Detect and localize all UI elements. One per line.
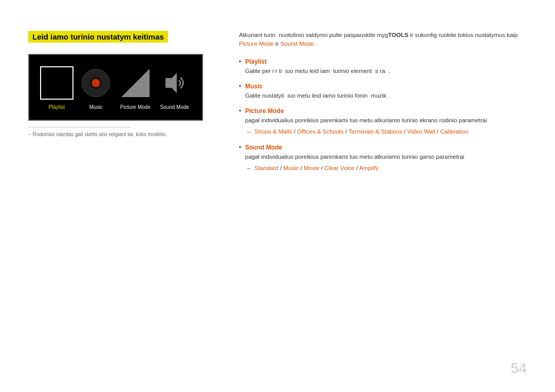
offices-schools-link[interactable]: Offices & Schools bbox=[297, 128, 344, 135]
intro-text-part2: ir sukonfig ruokite tokius nustatymus ka… bbox=[409, 32, 518, 38]
music-link[interactable]: Music bbox=[283, 165, 299, 171]
picture-mode-icon bbox=[121, 69, 150, 97]
sound-mode-label: Sound Mode bbox=[160, 104, 189, 110]
bullet-sound-mode: Sound Mode pagal individualius poreikius… bbox=[239, 144, 527, 173]
standard-link[interactable]: Standard bbox=[254, 165, 279, 171]
intro-text-end: . bbox=[314, 41, 316, 47]
playlist-label: Playlist bbox=[48, 104, 65, 110]
picture-mode-label: Picture Mode bbox=[120, 104, 151, 110]
svg-marker-0 bbox=[165, 73, 177, 93]
music-label: Music bbox=[89, 104, 103, 110]
page-container: Leid iamo turinio nustatym keitimas Play… bbox=[0, 0, 555, 392]
sound-mode-item: Sound Mode bbox=[157, 65, 193, 110]
music-icon-wrapper bbox=[78, 65, 114, 101]
bullet-playlist: Playlist Galite per i r ti iuo metu leid… bbox=[239, 58, 527, 76]
bullet-picture-mode-desc: pagal individualius poreikius parenkami … bbox=[245, 116, 527, 125]
calibration-link[interactable]: Calibration bbox=[440, 128, 468, 135]
bullet-music-title: Music bbox=[245, 83, 527, 90]
sound-mode-icon bbox=[160, 69, 189, 97]
picture-mode-icon-wrapper bbox=[117, 65, 153, 101]
picture-mode-shape bbox=[121, 69, 150, 97]
bullet-picture-mode: Picture Mode pagal individualius poreiki… bbox=[239, 107, 527, 137]
media-player-box: Playlist Music Picture Mode bbox=[28, 54, 203, 121]
movie-link[interactable]: Movie bbox=[304, 165, 320, 171]
music-item: Music bbox=[78, 65, 114, 110]
note-text: − Rodomas vaizdas gali skirtis atsi velg… bbox=[28, 132, 218, 137]
playlist-item: Playlist bbox=[39, 65, 75, 110]
bullet-list: Playlist Galite per i r ti iuo metu leid… bbox=[239, 58, 527, 173]
intro-text-part3: ir bbox=[274, 41, 281, 47]
picture-mode-item: Picture Mode bbox=[117, 65, 153, 110]
divider bbox=[28, 127, 131, 127]
bullet-music-desc: Galite nustatyti iuo metu leid iamo turi… bbox=[245, 91, 527, 100]
terminals-stations-link[interactable]: Terminals & Stations bbox=[348, 128, 402, 135]
video-wall-link[interactable]: Video Wall bbox=[407, 128, 435, 135]
music-icon bbox=[82, 69, 110, 97]
section-title: Leid iamo turinio nustatym keitimas bbox=[28, 31, 168, 43]
bullet-music: Music Galite nustatyti iuo metu leid iam… bbox=[239, 83, 527, 100]
left-column: Leid iamo turinio nustatym keitimas Play… bbox=[28, 31, 218, 371]
playlist-icon bbox=[40, 66, 73, 100]
bullet-picture-mode-title: Picture Mode bbox=[245, 107, 527, 115]
shops-malls-link[interactable]: Shops & Malls bbox=[254, 128, 292, 135]
right-column: Atkuriant turin nuotolinio valdymo pulte… bbox=[239, 31, 527, 371]
amplify-link[interactable]: Amplify bbox=[359, 165, 379, 171]
sound-mode-link[interactable]: Sound Mode bbox=[281, 41, 314, 47]
intro-tools: TOOLS bbox=[388, 32, 408, 38]
intro-text-part1: Atkuriant turin nuotolinio valdymo pulte… bbox=[239, 32, 388, 38]
bullet-sound-mode-title: Sound Mode bbox=[245, 144, 527, 151]
bullet-sound-mode-desc: pagal individualius poreikius parenkami … bbox=[245, 153, 527, 161]
picture-mode-link[interactable]: Picture Mode bbox=[239, 41, 274, 47]
bullet-playlist-desc: Galite per i r ti iuo metu leid iam turi… bbox=[245, 67, 527, 76]
intro-paragraph: Atkuriant turin nuotolinio valdymo pulte… bbox=[239, 31, 527, 49]
page-number: 54 bbox=[511, 360, 527, 377]
bullet-playlist-title: Playlist bbox=[245, 58, 527, 65]
sound-mode-sub: Standard / Music / Movie / Clear Voice /… bbox=[245, 163, 527, 173]
playlist-icon-wrapper bbox=[39, 65, 75, 101]
clear-voice-link[interactable]: Clear Voice bbox=[324, 165, 355, 171]
picture-mode-sub: Shops & Malls / Offices & Schools / Term… bbox=[245, 127, 527, 136]
sound-mode-icon-wrapper bbox=[157, 65, 193, 101]
